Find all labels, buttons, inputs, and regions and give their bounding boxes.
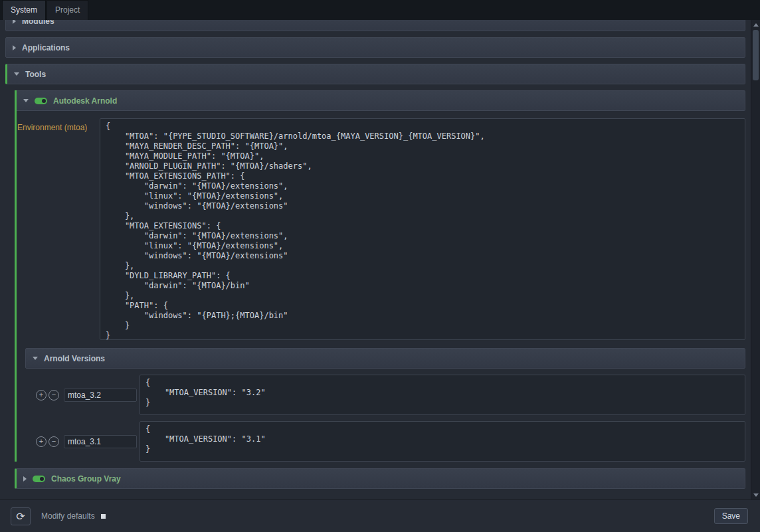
section-header-vray[interactable]: Chaos Group Vray	[15, 468, 745, 489]
arrow-up-icon	[753, 23, 759, 27]
version-row-controls: + −	[36, 389, 140, 402]
arnold-title-label: Autodesk Arnold	[53, 96, 117, 106]
section-header-modules[interactable]: Modules	[5, 20, 745, 31]
arnold-versions-label: Arnold Versions	[44, 354, 105, 363]
add-item-button[interactable]: +	[36, 390, 47, 400]
tools-body: Autodesk Arnold Environment (mtoa) { "MT…	[5, 90, 745, 489]
save-button[interactable]: Save	[714, 508, 748, 524]
scrollbar-thumb[interactable]	[753, 30, 759, 80]
vertical-scrollbar[interactable]	[751, 20, 760, 499]
tab-system-label: System	[11, 5, 37, 15]
vray-title-label: Chaos Group Vray	[51, 474, 121, 484]
toggle-knob-icon	[40, 477, 44, 481]
remove-item-button[interactable]: −	[48, 436, 59, 447]
version-name-input[interactable]	[64, 435, 137, 448]
refresh-button[interactable]: ⟳	[11, 507, 31, 525]
settings-content: Modules Applications Tools Autodesk Arno…	[0, 20, 751, 499]
add-item-button[interactable]: +	[36, 436, 47, 447]
environment-row: Environment (mtoa) { "MTOA": "{PYPE_STUD…	[17, 118, 745, 340]
chevron-right-icon	[13, 45, 16, 50]
chevron-right-icon	[13, 20, 16, 24]
arnold-enabled-toggle[interactable]	[35, 98, 47, 104]
modify-defaults-label: Modify defaults	[41, 511, 95, 521]
version-json-textarea[interactable]: { "MTOA_VERSION": "3.1" }	[140, 421, 745, 462]
section-tools-label: Tools	[25, 70, 46, 79]
section-header-tools[interactable]: Tools	[5, 64, 745, 84]
chevron-down-icon	[14, 72, 19, 76]
environment-json-textarea[interactable]: { "MTOA": "{PYPE_STUDIO_SOFTWARE}/arnold…	[100, 118, 745, 340]
section-applications-label: Applications	[22, 43, 70, 52]
scroll-down-button[interactable]	[751, 490, 760, 499]
footer: ⟳ Modify defaults Save	[0, 499, 760, 532]
refresh-icon: ⟳	[16, 510, 25, 523]
section-modules-label: Modules	[22, 20, 54, 26]
version-name-input[interactable]	[64, 389, 137, 402]
tabbar: System Project	[0, 0, 760, 20]
tab-system[interactable]: System	[2, 0, 46, 20]
chevron-down-icon	[33, 357, 38, 360]
group-arnold: Autodesk Arnold Environment (mtoa) { "MT…	[15, 90, 745, 462]
vray-enabled-toggle[interactable]	[33, 476, 45, 482]
version-json-textarea[interactable]: { "MTOA_VERSION": "3.2" }	[140, 375, 745, 415]
chevron-right-icon	[23, 476, 27, 482]
version-row-1: + − { "MTOA_VERSION": "3.1" }	[36, 421, 745, 462]
section-tools: Tools Autodesk Arnold Environment (mtoa)…	[5, 64, 745, 489]
tab-project-label: Project	[55, 5, 80, 15]
section-header-arnold-versions[interactable]: Arnold Versions	[25, 348, 745, 369]
group-vray: Chaos Group Vray	[15, 468, 745, 489]
environment-label: Environment (mtoa)	[17, 118, 100, 132]
remove-item-button[interactable]: −	[48, 390, 59, 400]
scroll-up-button[interactable]	[751, 20, 760, 29]
settings-window: System Project Modules Applications Tool…	[0, 0, 760, 532]
modified-indicator-icon	[101, 514, 106, 519]
version-row-0: + − { "MTOA_VERSION": "3.2" }	[36, 375, 745, 415]
tab-project[interactable]: Project	[47, 0, 88, 20]
arrow-down-icon	[753, 493, 759, 497]
section-header-applications[interactable]: Applications	[5, 37, 745, 58]
section-header-arnold[interactable]: Autodesk Arnold	[17, 90, 745, 111]
chevron-down-icon	[23, 99, 29, 102]
arnold-body: Environment (mtoa) { "MTOA": "{PYPE_STUD…	[17, 111, 745, 462]
toggle-knob-icon	[42, 99, 46, 103]
version-row-controls: + −	[36, 435, 140, 448]
